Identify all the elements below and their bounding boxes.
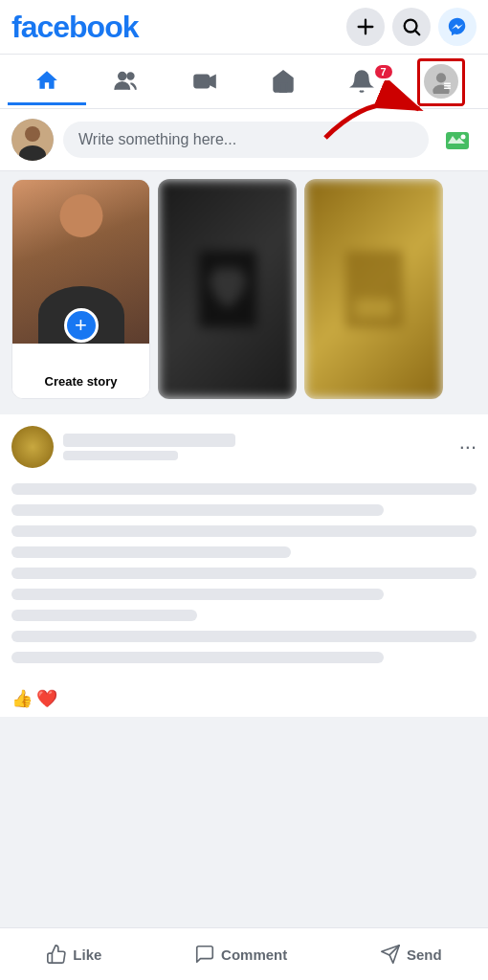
user-avatar xyxy=(11,119,54,161)
home-icon xyxy=(34,68,59,93)
user-avatar-icon xyxy=(11,119,54,161)
story-blur-content-3 xyxy=(345,251,403,327)
blur-line-7 xyxy=(11,610,197,621)
story-card-2[interactable] xyxy=(158,179,297,399)
post-reactions: 👍 ❤️ xyxy=(0,680,488,717)
post-time xyxy=(63,451,178,460)
notification-badge: 7 xyxy=(375,65,392,78)
svg-rect-4 xyxy=(280,83,287,92)
story-bottom: Create story xyxy=(12,344,149,398)
photo-video-button[interactable] xyxy=(438,121,477,159)
post-more-button[interactable]: ··· xyxy=(459,434,477,459)
post-input-field[interactable]: Write something here... xyxy=(63,122,429,158)
top-header: facebook xyxy=(0,0,488,55)
blur-line-1 xyxy=(11,483,477,495)
post-author-name xyxy=(63,434,235,447)
friends-icon xyxy=(113,69,138,94)
search-button[interactable] xyxy=(392,8,431,46)
nav-item-home[interactable] xyxy=(8,58,86,105)
story-blur-content-2 xyxy=(199,251,256,327)
send-label: Send xyxy=(407,947,442,963)
svg-rect-19 xyxy=(355,299,393,318)
post-input-bar: Write something here... xyxy=(0,109,488,171)
send-icon xyxy=(380,944,401,965)
create-story-card[interactable]: + Create story xyxy=(11,179,150,399)
post-header: ··· xyxy=(0,414,488,476)
send-button[interactable]: Send xyxy=(365,938,457,970)
like-label: Like xyxy=(73,947,101,963)
bottom-action-bar: Like Comment Send xyxy=(0,927,488,980)
comment-button[interactable]: Comment xyxy=(179,938,302,970)
heart-emoji: ❤️ xyxy=(36,688,57,709)
comment-icon xyxy=(194,944,215,965)
svg-point-2 xyxy=(128,73,135,79)
svg-point-6 xyxy=(436,73,446,82)
blur-line-9 xyxy=(11,652,384,663)
like-button[interactable]: Like xyxy=(31,938,117,970)
add-button[interactable] xyxy=(346,8,385,46)
messenger-button[interactable] xyxy=(438,8,477,46)
header-icons xyxy=(346,8,477,46)
like-icon xyxy=(46,944,67,965)
blur-line-8 xyxy=(11,631,477,642)
post-author-avatar xyxy=(11,426,54,468)
like-emoji: 👍 xyxy=(11,688,33,709)
svg-rect-9 xyxy=(444,85,451,86)
add-story-icon: + xyxy=(75,313,87,338)
svg-point-16 xyxy=(461,135,466,140)
search-icon xyxy=(401,16,422,37)
story-blur-3 xyxy=(304,179,443,399)
video-icon xyxy=(192,69,217,94)
nav-item-marketplace[interactable] xyxy=(244,59,322,103)
blur-line-3 xyxy=(11,525,477,537)
svg-rect-3 xyxy=(194,76,209,88)
post-content xyxy=(0,476,488,680)
post-author-info xyxy=(63,434,450,460)
svg-point-13 xyxy=(25,126,40,142)
facebook-logo: facebook xyxy=(11,10,138,45)
nav-item-friends[interactable] xyxy=(86,59,165,103)
nav-bar: 7 xyxy=(0,55,488,109)
blur-line-5 xyxy=(11,568,477,579)
add-story-button[interactable]: + xyxy=(64,308,99,343)
nav-item-profile-menu[interactable] xyxy=(402,55,480,108)
blur-line-6 xyxy=(11,589,384,600)
feed-section: ··· 👍 ❤️ xyxy=(0,414,488,717)
svg-rect-8 xyxy=(444,82,451,83)
stories-section: + Create story xyxy=(0,171,488,407)
nav-item-video[interactable] xyxy=(166,59,244,103)
svg-point-1 xyxy=(119,73,126,80)
story-card-3[interactable] xyxy=(304,179,443,399)
marketplace-icon xyxy=(271,69,296,94)
messenger-icon xyxy=(447,16,468,37)
post-card: ··· 👍 ❤️ xyxy=(0,414,488,717)
bell-icon xyxy=(349,69,374,94)
create-story-label: Create story xyxy=(45,374,118,389)
photo-icon xyxy=(444,126,471,153)
comment-label: Comment xyxy=(221,947,287,963)
plus-icon xyxy=(355,16,376,37)
profile-avatar-nav xyxy=(424,64,458,99)
blur-line-4 xyxy=(11,546,291,558)
profile-avatar-icon xyxy=(429,69,454,94)
story-blur-2 xyxy=(158,179,297,399)
blur-line-2 xyxy=(11,504,384,516)
svg-rect-10 xyxy=(444,88,451,89)
nav-item-notifications[interactable]: 7 xyxy=(322,59,401,103)
